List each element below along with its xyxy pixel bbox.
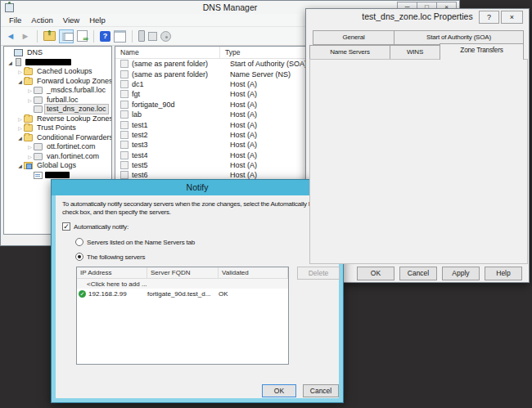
radio-icon[interactable] bbox=[75, 253, 83, 261]
tree-item-reverse-lookup-zones[interactable]: ▷ Reverse Lookup Zones bbox=[4, 114, 111, 124]
notify-dialog: Notify x To automatically notify seconda… bbox=[51, 179, 344, 403]
desktop: { "colors": { "desktop_background": "#2e… bbox=[0, 0, 532, 408]
automatically-notify-checkbox[interactable]: ✓ bbox=[62, 222, 70, 231]
settings-icon[interactable] bbox=[160, 31, 171, 42]
dialog-close-icon[interactable]: × bbox=[501, 11, 523, 24]
record-name: test6 bbox=[132, 171, 227, 179]
tree-item-label: van.fortinet.com bbox=[45, 152, 101, 161]
record-name: test4 bbox=[132, 151, 227, 159]
help-icon[interactable]: ? bbox=[100, 31, 110, 42]
record-type: Host (A) bbox=[227, 101, 257, 109]
expander-icon[interactable]: ▷ bbox=[16, 125, 24, 131]
record-name: (same as parent folder) bbox=[132, 70, 227, 78]
record-name: test3 bbox=[132, 141, 227, 149]
up-level-icon[interactable] bbox=[43, 31, 56, 41]
radio-option[interactable]: Servers listed on the Name Servers tab bbox=[56, 237, 339, 247]
tree-item-conditional-forwarders[interactable]: ◢ Conditional Forwarders bbox=[4, 133, 111, 143]
expander-icon[interactable]: ▷ bbox=[26, 97, 34, 103]
tree-item-label: _msdcs.furball.loc bbox=[45, 86, 107, 95]
expander-icon[interactable]: ◢ bbox=[7, 60, 14, 65]
back-icon[interactable]: ◄ bbox=[5, 31, 16, 42]
properties-window-icon[interactable] bbox=[114, 30, 126, 43]
tab-wins[interactable]: WINS bbox=[390, 45, 440, 60]
tree-item-forward-lookup-zones[interactable]: ◢ Forward Lookup Zones bbox=[4, 77, 111, 87]
apply-button[interactable]: Apply bbox=[442, 267, 480, 280]
dialog-help-icon[interactable]: ? bbox=[479, 11, 499, 24]
record-name: dc1 bbox=[132, 80, 227, 88]
record-type: Start of Authority (SOA) bbox=[227, 60, 307, 68]
zone-icon bbox=[34, 96, 43, 104]
column-header-name[interactable]: Name bbox=[115, 47, 220, 58]
expander-icon[interactable]: ◢ bbox=[16, 163, 24, 168]
zone-transfers-pane bbox=[309, 59, 528, 264]
notify-server-row[interactable]: ✓ 192.168.2.99 fortigate_90d.test_d... O… bbox=[77, 289, 288, 298]
toolbar-separator bbox=[132, 30, 133, 43]
logs-icon bbox=[24, 162, 33, 169]
tree-item-label: Cached Lookups bbox=[35, 67, 94, 76]
tree-item--msdcs-furball-loc[interactable]: ▷ _msdcs.furball.loc bbox=[4, 86, 111, 96]
expander-icon[interactable]: ▷ bbox=[26, 154, 34, 159]
expander-icon[interactable]: ◢ bbox=[16, 78, 24, 84]
tree-item-redacted[interactable]: ◢ bbox=[4, 58, 111, 68]
server-validated: OK bbox=[219, 290, 228, 298]
column-server-fqdn[interactable]: Server FQDN bbox=[147, 267, 219, 278]
column-ip-address[interactable]: IP Address bbox=[77, 267, 147, 278]
delete-button[interactable]: Delete bbox=[297, 267, 340, 280]
tab-name-servers[interactable]: Name Servers bbox=[309, 45, 390, 60]
server-fqdn: fortigate_90d.test_d... bbox=[147, 290, 219, 298]
tree-item-label: furball.loc bbox=[45, 96, 80, 105]
record-icon bbox=[120, 60, 128, 68]
column-header-type[interactable]: Type bbox=[220, 47, 310, 58]
expander-icon[interactable]: ▷ bbox=[26, 144, 34, 150]
server-icon[interactable] bbox=[138, 30, 145, 42]
add-server-row[interactable]: <Click here to add ... bbox=[77, 279, 288, 289]
show-tree-icon[interactable] bbox=[59, 29, 74, 43]
menu-action[interactable]: Action bbox=[26, 14, 57, 26]
tree-item-dns[interactable]: DNS bbox=[4, 48, 111, 58]
export-list-icon[interactable] bbox=[77, 30, 88, 42]
menu-view[interactable]: View bbox=[58, 14, 84, 26]
toolbar-separator bbox=[93, 30, 94, 43]
radio-icon[interactable] bbox=[75, 238, 83, 246]
tree-item-furball-loc[interactable]: ▷ furball.loc bbox=[4, 96, 111, 105]
record-name: test5 bbox=[132, 161, 227, 169]
forward-icon[interactable]: ► bbox=[20, 31, 31, 42]
zone-icon bbox=[34, 87, 43, 94]
tree-item-global-logs[interactable]: ◢ Global Logs bbox=[4, 161, 111, 171]
validated-check-icon: ✓ bbox=[79, 290, 86, 298]
menu-file[interactable]: File bbox=[4, 14, 26, 26]
menu-help[interactable]: Help bbox=[84, 14, 110, 26]
record-icon bbox=[120, 141, 128, 149]
expander-icon[interactable]: ▷ bbox=[16, 69, 24, 74]
folder-icon bbox=[24, 115, 33, 123]
tree-item-van-fortinet-com[interactable]: ▷ van.fortinet.com bbox=[4, 152, 111, 162]
tree-item-cached-lookups[interactable]: ▷ Cached Lookups bbox=[4, 67, 111, 77]
folder-icon bbox=[24, 78, 33, 85]
notify-dialog-body: To automatically notify secondary server… bbox=[56, 195, 339, 398]
folder-icon bbox=[24, 68, 33, 75]
record-name: lab bbox=[132, 110, 227, 119]
record-type: Host (A) bbox=[227, 151, 257, 159]
tree-item-trust-points[interactable]: ▷ Trust Points bbox=[4, 123, 111, 133]
help-button[interactable]: Help bbox=[485, 267, 522, 280]
column-validated[interactable]: Validated bbox=[219, 267, 288, 278]
ok-button[interactable]: OK bbox=[357, 267, 394, 280]
record-icon bbox=[120, 121, 128, 129]
expander-icon[interactable]: ▷ bbox=[16, 116, 24, 122]
tree-item-ott-fortinet-com[interactable]: ▷ ott.fortinet.com bbox=[4, 142, 111, 152]
radio-option[interactable]: The following servers bbox=[56, 252, 339, 262]
expander-icon[interactable]: ▷ bbox=[26, 87, 34, 93]
cancel-button[interactable]: Cancel bbox=[399, 267, 437, 280]
log-icon bbox=[34, 172, 43, 179]
tree-item-test-dns-zone-loc[interactable]: test_dns_zone.loc bbox=[4, 105, 111, 114]
tree-item-label bbox=[25, 59, 71, 65]
record-icon[interactable] bbox=[148, 32, 157, 41]
ok-button[interactable]: OK bbox=[262, 384, 296, 397]
expander-icon[interactable]: ◢ bbox=[16, 135, 24, 141]
cancel-button[interactable]: Cancel bbox=[303, 384, 339, 397]
tab-zone-transfers[interactable]: Zone Transfers bbox=[440, 43, 524, 60]
record-type: Host (A) bbox=[227, 171, 257, 179]
tab-general[interactable]: General bbox=[313, 30, 394, 45]
notify-dialog-titlebar: Notify x bbox=[52, 180, 343, 195]
record-type: Host (A) bbox=[227, 121, 257, 129]
